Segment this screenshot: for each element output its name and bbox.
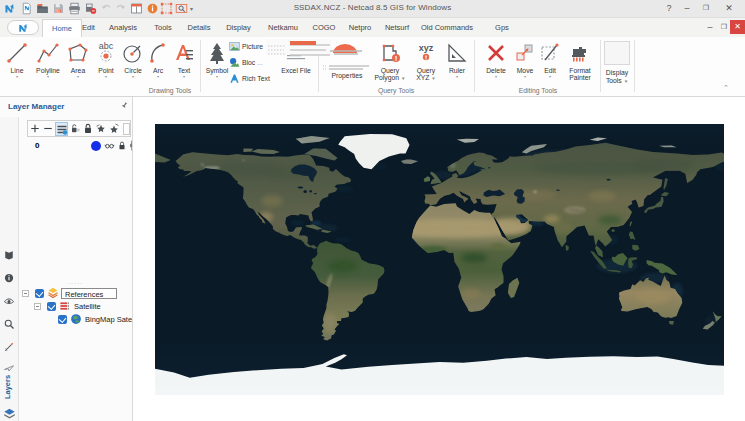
svg-text:xyz: xyz: [419, 43, 434, 53]
svg-text:abc: abc: [99, 41, 114, 51]
